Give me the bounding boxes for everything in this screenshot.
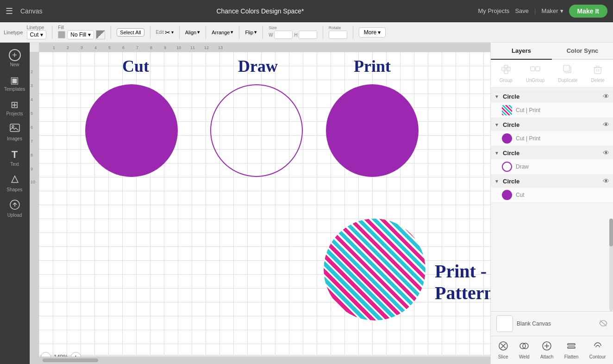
separator-7 <box>263 26 263 39</box>
weld-button[interactable]: Weld <box>516 339 532 361</box>
flip-group[interactable]: Flip▾ <box>245 29 257 35</box>
fill-select[interactable]: No Fill ▾ <box>67 30 94 39</box>
chevron-3: ▼ <box>494 151 500 156</box>
save-button[interactable]: Save <box>515 7 529 14</box>
separator-9 <box>353 26 353 39</box>
delete-button[interactable]: Delete <box>588 63 607 85</box>
svg-rect-27 <box>502 67 506 71</box>
horizontal-scrollbar[interactable] <box>39 357 490 364</box>
slice-button[interactable]: Slice <box>495 339 511 361</box>
upload-icon <box>10 200 20 212</box>
blank-canvas-eye-icon[interactable] <box>599 320 607 328</box>
menu-icon[interactable]: ☰ <box>6 6 13 16</box>
layer-swatch-4 <box>502 190 512 200</box>
circle-draw[interactable] <box>210 84 303 177</box>
layer-name-4: Circle <box>503 178 600 185</box>
flatten-icon <box>566 341 576 353</box>
layer-header-3[interactable]: ▼ Circle 👁 <box>491 146 613 159</box>
arrange-group[interactable]: Arrange▾ <box>212 29 233 35</box>
eye-icon-2[interactable]: 👁 <box>603 121 609 128</box>
ungroup-button[interactable]: UnGroup <box>523 63 548 85</box>
svg-rect-30 <box>531 67 535 71</box>
blank-canvas-swatch[interactable] <box>496 315 513 332</box>
tab-color-sync[interactable]: Color Sync <box>552 43 613 59</box>
duplicate-button[interactable]: Duplicate <box>556 63 581 85</box>
delete-label: Delete <box>591 78 604 83</box>
ungroup-label: UnGroup <box>526 78 545 83</box>
images-label: Images <box>7 136 22 141</box>
circle-pattern[interactable] <box>324 219 425 320</box>
edit-label: Edit <box>156 30 164 35</box>
layer-item-2[interactable]: Cut | Print <box>491 131 613 146</box>
edit-icon[interactable]: ✂ <box>165 29 170 36</box>
edit-chevron[interactable]: ▾ <box>171 30 174 35</box>
circle-cut[interactable] <box>85 84 178 177</box>
sidebar-item-images[interactable]: Images <box>2 121 28 144</box>
layer-header-2[interactable]: ▼ Circle 👁 <box>491 118 613 131</box>
ungroup-icon <box>530 64 540 77</box>
ruler-left: 2 3 4 5 6 7 8 9 10 <box>30 52 39 364</box>
h-label: H <box>294 32 298 38</box>
images-icon <box>10 124 20 135</box>
make-it-button[interactable]: Make It <box>569 5 607 18</box>
rotate-input[interactable] <box>329 31 347 39</box>
contour-label: Contour <box>589 354 606 359</box>
linetype-select[interactable]: Cut ▾ <box>27 30 47 39</box>
fill-pattern-icon[interactable] <box>96 30 105 39</box>
fill-color-swatch[interactable] <box>58 31 65 38</box>
eye-icon-4[interactable]: 👁 <box>603 177 609 185</box>
svg-text:3: 3 <box>81 45 83 50</box>
sidebar-item-upload[interactable]: Upload <box>2 197 28 220</box>
select-all-button[interactable]: Select All <box>117 28 144 37</box>
scrollbar-thumb[interactable] <box>43 358 98 362</box>
layer-name-1: Circle <box>503 93 600 100</box>
sidebar-item-shapes[interactable]: Shapes <box>2 171 28 195</box>
layer-header-4[interactable]: ▼ Circle 👁 <box>491 175 613 188</box>
svg-text:4: 4 <box>94 45 97 50</box>
layer-group-4: ▼ Circle 👁 Cut <box>491 175 613 203</box>
size-group: Size W H <box>269 25 317 39</box>
layer-group-3: ▼ Circle 👁 Draw <box>491 146 613 175</box>
svg-rect-31 <box>536 67 540 71</box>
edit-group: Edit ✂ ▾ <box>156 29 174 36</box>
eye-icon-3[interactable]: 👁 <box>603 149 609 157</box>
layer-item-4[interactable]: Cut <box>491 188 613 202</box>
eye-icon-1[interactable]: 👁 <box>603 93 609 100</box>
sidebar-item-projects[interactable]: ⊞ Projects <box>2 96 28 119</box>
duplicate-label: Duplicate <box>558 78 578 83</box>
projects-icon: ⊞ <box>11 99 19 110</box>
shapes-icon <box>10 174 20 186</box>
layer-header-1[interactable]: ▼ Circle 👁 <box>491 90 613 103</box>
flatten-button[interactable]: Flatten <box>562 339 582 361</box>
layer-item-label-2: Cut | Print <box>516 135 540 142</box>
layer-item-3[interactable]: Draw <box>491 159 613 174</box>
my-projects-link[interactable]: My Projects <box>478 7 509 14</box>
align-group[interactable]: Align▾ <box>185 29 200 35</box>
layer-item-1[interactable]: Cut | Print <box>491 103 613 118</box>
sidebar-item-new[interactable]: + New <box>2 46 28 70</box>
svg-text:2: 2 <box>67 45 69 50</box>
sidebar-item-templates[interactable]: ▣ Templates <box>2 72 28 94</box>
topbar: ☰ Canvas Chance Colors Design Space* My … <box>0 0 613 22</box>
slice-label: Slice <box>498 354 508 359</box>
layer-group-2: ▼ Circle 👁 Cut | Print <box>491 118 613 146</box>
sidebar-item-text[interactable]: T Text <box>2 146 28 169</box>
width-input[interactable] <box>274 31 293 39</box>
group-button[interactable]: Group <box>497 63 515 85</box>
height-input[interactable] <box>299 31 317 39</box>
contour-button[interactable]: Contour <box>587 339 609 361</box>
projects-label: Projects <box>6 111 23 116</box>
duplicate-icon <box>563 64 573 77</box>
svg-text:7: 7 <box>31 139 33 144</box>
more-button[interactable]: More ▾ <box>359 27 386 38</box>
weld-icon <box>519 341 529 353</box>
maker-selector[interactable]: Maker ▾ <box>541 7 563 14</box>
circle-print[interactable] <box>326 84 419 177</box>
svg-text:10: 10 <box>176 45 181 50</box>
svg-text:13: 13 <box>218 45 223 50</box>
attach-button[interactable]: Attach <box>538 339 556 361</box>
layer-item-label-4: Cut <box>516 192 525 198</box>
v-scrollbar-thumb[interactable] <box>609 219 613 246</box>
w-label: W <box>269 32 273 38</box>
tab-layers[interactable]: Layers <box>491 43 552 60</box>
